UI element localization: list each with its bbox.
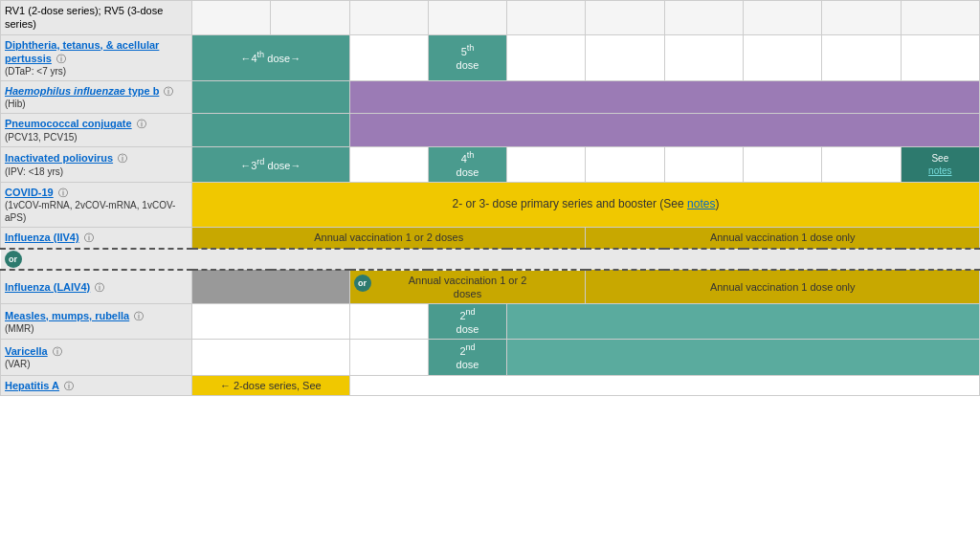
or-spacer — [192, 249, 980, 270]
vaccine-name-pcv: Pneumococcal conjugate ⓘ (PCV13, PCV15) — [1, 114, 192, 146]
table-row-covid: COVID-19 ⓘ (1vCOV-mRNA, 2vCOV-mRNA, 1vCO… — [1, 183, 980, 228]
ipv-see-notes: Seenotes — [901, 146, 979, 182]
hib-sub: (Hib) — [5, 98, 188, 110]
mmr-link[interactable]: Measles, mumps, rubella — [5, 310, 129, 321]
vaccine-name-iiv4: Influenza (IIV4) ⓘ — [1, 228, 192, 249]
laiv4-link[interactable]: Influenza (LAIV4) — [5, 281, 90, 293]
hib-link[interactable]: Haemophilus influenzae type b — [5, 85, 159, 97]
varicella-info-icon[interactable]: ⓘ — [53, 346, 62, 357]
table-row: RV1 (2-dose series); RV5 (3-dose series) — [1, 1, 980, 35]
dtap-link[interactable]: Diphtheria, tetanus, & acellular pertuss… — [5, 39, 159, 64]
pcv-purple — [349, 114, 979, 146]
hepa-info-icon[interactable]: ⓘ — [64, 381, 74, 391]
iiv4-info-icon[interactable]: ⓘ — [84, 232, 94, 243]
covid-notes-link[interactable]: notes — [687, 197, 715, 210]
vaccine-name-mmr: Measles, mumps, rubella ⓘ (MMR) — [1, 304, 192, 340]
table-row-varicella: Varicella ⓘ (VAR) 2nddose — [1, 340, 980, 375]
table-row-ipv: Inactivated poliovirus ⓘ (IPV: <18 yrs) … — [1, 146, 980, 182]
table-row-hib: Haemophilus influenzae type b ⓘ (Hib) — [1, 81, 980, 114]
vaccine-name-varicella: Varicella ⓘ (VAR) — [1, 340, 192, 375]
covid-link[interactable]: COVID-19 — [5, 187, 54, 198]
laiv4-info-icon[interactable]: ⓘ — [95, 282, 104, 293]
or-badge-left: or — [5, 251, 22, 268]
or-label-left: or — [1, 249, 192, 270]
table-row-iiv4: Influenza (IIV4) ⓘ Annual vaccination 1 … — [1, 228, 980, 249]
ipv-4th-dose: 4thdose — [428, 146, 506, 182]
table-row-pcv: Pneumococcal conjugate ⓘ (PCV13, PCV15) — [1, 114, 980, 146]
dtap-sub: (DTaP: <7 yrs) — [5, 65, 188, 77]
dtap-4th-dose: ←4th dose→ — [192, 34, 350, 81]
laiv4-mid-dose: or Annual vaccination 1 or 2doses — [349, 270, 586, 304]
pcv-link[interactable]: Pneumococcal conjugate — [5, 118, 132, 129]
varicella-2nd-dose: 2nddose — [428, 340, 506, 375]
iiv4-link[interactable]: Influenza (IIV4) — [5, 231, 79, 243]
table-row-dtap: Diphtheria, tetanus, & acellular pertuss… — [1, 34, 980, 81]
hib-teal — [192, 81, 350, 114]
mmr-teal — [507, 304, 980, 340]
vaccine-name-covid: COVID-19 ⓘ (1vCOV-mRNA, 2vCOV-mRNA, 1vCO… — [1, 183, 192, 228]
vaccine-name-hib: Haemophilus influenzae type b ⓘ (Hib) — [1, 81, 192, 114]
varicella-link[interactable]: Varicella — [5, 345, 48, 357]
laiv4-right-dose: Annual vaccination 1 dose only — [586, 270, 980, 304]
varicella-sub: (VAR) — [5, 358, 188, 370]
vaccine-name-hepa: Hepatitis A ⓘ — [1, 375, 192, 395]
or-badge-mid: or — [354, 275, 371, 292]
table-row-hepa: Hepatitis A ⓘ ← 2-dose series, See — [1, 375, 980, 395]
covid-sub: (1vCOV-mRNA, 2vCOV-mRNA, 1vCOV-aPS) — [5, 199, 188, 224]
dtap-empty — [349, 34, 428, 81]
pcv-info-icon[interactable]: ⓘ — [137, 119, 146, 129]
hib-info-icon[interactable]: ⓘ — [164, 86, 173, 97]
covid-info-icon[interactable]: ⓘ — [58, 187, 68, 198]
laiv4-gray — [192, 270, 350, 304]
hepa-dose-info: ← 2-dose series, See — [192, 375, 350, 395]
covid-dose-info: 2- or 3- dose primary series and booster… — [192, 183, 980, 228]
ipv-link[interactable]: Inactivated poliovirus — [5, 152, 113, 164]
hib-purple — [349, 81, 979, 114]
vaccine-name-ipv: Inactivated poliovirus ⓘ (IPV: <18 yrs) — [1, 146, 192, 182]
hepa-link[interactable]: Hepatitis A — [5, 380, 59, 391]
iiv4-right-dose: Annual vaccination 1 dose only — [586, 228, 980, 249]
varicella-teal — [507, 340, 980, 375]
vaccine-name-dtap: Diphtheria, tetanus, & acellular pertuss… — [1, 34, 192, 81]
ipv-3rd-dose: ←3rd dose→ — [192, 146, 350, 182]
pcv-teal — [192, 114, 350, 146]
vaccination-schedule-table: RV1 (2-dose series); RV5 (3-dose series)… — [0, 0, 980, 396]
ipv-info-icon[interactable]: ⓘ — [118, 153, 127, 164]
dtap-info-icon[interactable]: ⓘ — [56, 54, 66, 64]
or-separator-row: or — [1, 249, 980, 270]
mmr-2nd-dose: 2nddose — [428, 304, 506, 340]
iiv4-left-dose: Annual vaccination 1 or 2 doses — [192, 228, 586, 249]
dtap-5th-dose: 5thdose — [428, 34, 506, 81]
ipv-sub: (IPV: <18 yrs) — [5, 165, 188, 178]
pcv-sub: (PCV13, PCV15) — [5, 131, 188, 143]
mmr-sub: (MMR) — [5, 322, 188, 335]
vaccine-name-laiv4: Influenza (LAIV4) ⓘ — [1, 270, 192, 304]
vaccine-name-rv: RV1 (2-dose series); RV5 (3-dose series) — [1, 1, 192, 35]
table-row-mmr: Measles, mumps, rubella ⓘ (MMR) 2nddose — [1, 304, 980, 340]
mmr-info-icon[interactable]: ⓘ — [134, 311, 144, 321]
table-row-laiv4: Influenza (LAIV4) ⓘ or Annual vaccinatio… — [1, 270, 980, 304]
